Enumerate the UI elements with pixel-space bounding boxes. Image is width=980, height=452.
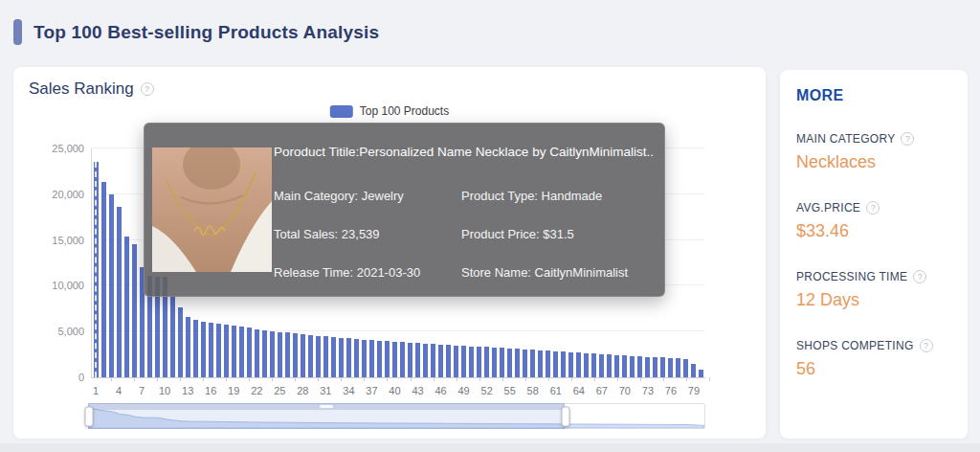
bar-rank-68[interactable] (607, 354, 612, 377)
help-icon[interactable]: ? (901, 132, 914, 146)
bar-rank-12[interactable] (178, 307, 183, 377)
bar-rank-37[interactable] (369, 340, 374, 377)
bar-rank-4[interactable] (117, 207, 122, 377)
bar-rank-55[interactable] (507, 349, 512, 377)
bar-rank-19[interactable] (232, 326, 236, 377)
bar-rank-56[interactable] (515, 349, 520, 377)
bar-rank-3[interactable] (109, 194, 114, 377)
bar-rank-39[interactable] (385, 341, 390, 377)
bar-rank-24[interactable] (270, 331, 275, 377)
bar-rank-26[interactable] (285, 332, 290, 377)
bar-rank-20[interactable] (239, 327, 244, 377)
bar-rank-36[interactable] (362, 340, 367, 377)
bar-rank-70[interactable] (622, 355, 627, 377)
bar-rank-22[interactable] (255, 329, 259, 377)
bar-rank-76[interactable] (668, 358, 673, 377)
bar-rank-2[interactable] (101, 182, 106, 377)
bar-rank-52[interactable] (484, 347, 489, 377)
bar-rank-48[interactable] (454, 346, 458, 377)
bar-rank-28[interactable] (301, 334, 305, 377)
bar-rank-61[interactable] (553, 351, 558, 377)
x-axis-tick (295, 377, 296, 381)
bar-rank-1[interactable] (94, 162, 99, 377)
bar-rank-79[interactable] (691, 364, 696, 377)
bar-rank-29[interactable] (308, 335, 313, 377)
bar-rank-57[interactable] (523, 350, 527, 377)
bar-rank-46[interactable] (438, 345, 443, 377)
bar-rank-58[interactable] (530, 350, 535, 377)
bar-rank-63[interactable] (568, 352, 573, 377)
bar-rank-35[interactable] (354, 339, 359, 377)
bar-rank-17[interactable] (216, 324, 221, 377)
bar-rank-40[interactable] (392, 342, 397, 377)
bar-rank-6[interactable] (132, 244, 137, 377)
bar-rank-77[interactable] (676, 358, 680, 377)
bar-rank-53[interactable] (492, 348, 497, 377)
bar-rank-13[interactable] (186, 317, 190, 377)
bar-rank-11[interactable] (170, 296, 175, 377)
bar-rank-49[interactable] (461, 346, 466, 377)
tooltip-field-store-name: Store Name: CaitlynMinimalist (461, 265, 655, 280)
bar-rank-42[interactable] (408, 343, 412, 377)
help-icon[interactable]: ? (141, 82, 154, 96)
bar-rank-73[interactable] (645, 357, 650, 378)
bar-rank-62[interactable] (561, 351, 566, 377)
bar-rank-15[interactable] (201, 322, 206, 377)
bar-rank-21[interactable] (247, 328, 252, 377)
bar-rank-47[interactable] (446, 345, 451, 377)
page-title: Top 100 Best-selling Products Analysis (33, 22, 379, 43)
bar-rank-25[interactable] (278, 332, 282, 377)
bar-rank-14[interactable] (193, 320, 198, 377)
y-axis-label: 5,000 (57, 326, 84, 337)
bar-rank-65[interactable] (584, 353, 589, 377)
bar-rank-41[interactable] (400, 342, 405, 377)
bar-rank-80[interactable] (699, 370, 703, 377)
bar-rank-34[interactable] (346, 338, 351, 377)
datazoom-left-handle[interactable] (85, 406, 94, 426)
bar-rank-51[interactable] (477, 347, 481, 377)
bar-rank-16[interactable] (209, 323, 213, 377)
stat-label: AVG.PRICE (796, 201, 860, 215)
bar-rank-23[interactable] (262, 330, 267, 377)
bar-rank-64[interactable] (576, 352, 581, 377)
bar-rank-27[interactable] (293, 333, 298, 377)
bar-rank-71[interactable] (630, 356, 635, 377)
help-icon[interactable]: ? (866, 201, 880, 215)
bar-rank-69[interactable] (614, 355, 619, 377)
x-axis-tick (180, 377, 181, 381)
datazoom-selection[interactable] (88, 403, 565, 429)
bar-rank-75[interactable] (660, 357, 665, 377)
x-axis-tick (411, 377, 412, 381)
bar-rank-45[interactable] (431, 344, 435, 377)
bar-rank-43[interactable] (415, 343, 420, 377)
x-axis-tick (663, 377, 664, 381)
bar-rank-66[interactable] (591, 353, 596, 377)
bar-rank-44[interactable] (423, 344, 428, 377)
tooltip-field-release-time: Release Time: 2021-03-30 (274, 265, 461, 280)
bar-rank-67[interactable] (599, 354, 604, 377)
tooltip-product-title: Poroduct Titile:Personalized Name Neckla… (274, 145, 653, 159)
datazoom-slider[interactable] (88, 403, 705, 429)
chart-legend[interactable]: Top 100 Products (330, 104, 449, 118)
datazoom-right-handle[interactable] (562, 406, 570, 426)
bar-rank-50[interactable] (469, 347, 474, 378)
bar-rank-38[interactable] (377, 341, 382, 377)
bar-rank-60[interactable] (546, 350, 550, 377)
bar-rank-32[interactable] (331, 337, 336, 377)
bar-rank-5[interactable] (124, 237, 129, 377)
help-icon[interactable]: ? (913, 270, 926, 283)
bar-rank-31[interactable] (323, 336, 328, 377)
bar-rank-72[interactable] (637, 356, 642, 377)
bar-rank-74[interactable] (653, 357, 657, 377)
bar-rank-33[interactable] (339, 338, 344, 377)
bar-rank-59[interactable] (538, 350, 543, 377)
y-axis-label: 25,000 (52, 143, 84, 154)
help-icon[interactable]: ? (920, 339, 933, 352)
bar-rank-30[interactable] (316, 336, 321, 377)
bar-rank-54[interactable] (500, 348, 504, 377)
x-axis-label: 22 (251, 385, 262, 396)
bar-rank-18[interactable] (224, 325, 229, 377)
x-axis-label: 55 (504, 385, 516, 396)
bar-rank-78[interactable] (683, 359, 688, 377)
x-axis-tick (226, 377, 227, 381)
